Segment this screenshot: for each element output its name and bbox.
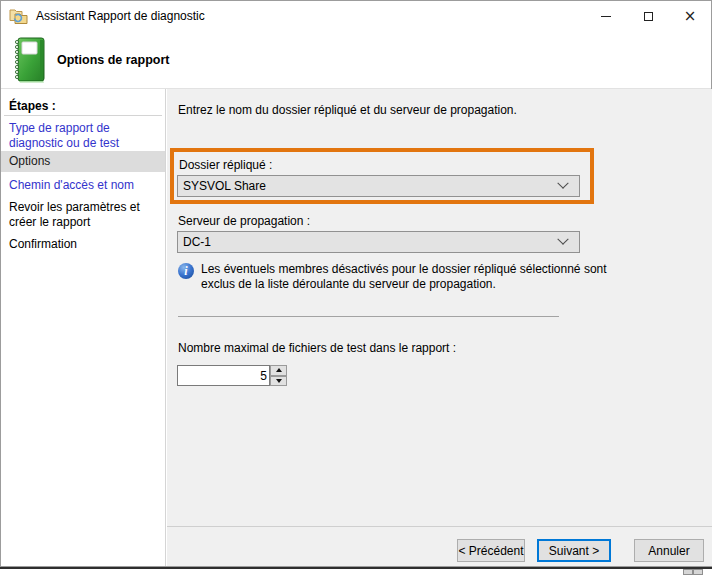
intro-text: Entrez le nom du dossier répliqué et du … xyxy=(178,103,517,117)
sidebar-item-confirmation: Confirmation xyxy=(9,237,161,252)
replicated-folder-value: SYSVOL Share xyxy=(178,179,559,193)
title-bar: Assistant Rapport de diagnostic × xyxy=(1,1,711,31)
wizard-window: Assistant Rapport de diagnostic × xyxy=(0,0,712,567)
steps-sidebar: Étapes : Type de rapport de diagnostic o… xyxy=(1,89,166,566)
max-test-files-input-wrap xyxy=(177,365,270,386)
sidebar-item-chemin-acces[interactable]: Chemin d'accès et nom xyxy=(9,178,161,193)
spin-up-button[interactable] xyxy=(270,365,287,376)
window-title: Assistant Rapport de diagnostic xyxy=(36,9,205,23)
max-test-files-label: Nombre maximal de fichiers de test dans … xyxy=(178,341,456,355)
spin-up-icon xyxy=(276,368,282,372)
previous-button[interactable]: < Précédent xyxy=(457,539,525,562)
chevron-down-icon xyxy=(557,178,568,189)
info-note-line2: exclus de la liste déroulante du serveur… xyxy=(201,277,496,291)
close-button[interactable]: × xyxy=(669,1,711,31)
main-panel: Entrez le nom du dossier répliqué et du … xyxy=(167,89,712,566)
maximize-button[interactable] xyxy=(627,1,669,31)
page-title: Options de rapport xyxy=(57,31,170,89)
steps-divider xyxy=(4,115,162,116)
next-button[interactable]: Suivant > xyxy=(537,539,611,562)
cancel-button[interactable]: Annuler xyxy=(634,539,704,562)
max-test-files-spinner xyxy=(270,365,287,386)
chevron-down-icon xyxy=(557,234,568,245)
wizard-header: Options de rapport xyxy=(1,31,711,89)
sidebar-item-type-de-rapport[interactable]: Type de rapport de diagnostic ou de test xyxy=(9,121,161,151)
dfs-replication-folders-icon xyxy=(9,7,29,25)
minimize-icon xyxy=(601,16,611,17)
spin-down-button[interactable] xyxy=(270,376,287,387)
propagation-server-label: Serveur de propagation : xyxy=(178,214,310,228)
steps-heading: Étapes : xyxy=(9,99,56,113)
info-icon: i xyxy=(178,263,194,279)
close-icon: × xyxy=(684,9,697,24)
propagation-server-select[interactable]: DC-1 xyxy=(177,231,580,253)
green-notebook-icon xyxy=(10,36,48,84)
sidebar-item-options: Options xyxy=(9,154,161,169)
spin-down-icon xyxy=(276,379,282,383)
window-bottom-edge xyxy=(0,567,712,569)
footer-divider xyxy=(167,526,712,527)
replicated-folder-select[interactable]: SYSVOL Share xyxy=(177,175,580,197)
maximize-icon xyxy=(644,12,653,21)
desktop-artifact xyxy=(683,569,703,575)
info-note-line1: Les éventuels membres désactivés pour le… xyxy=(201,262,607,276)
info-note: Les éventuels membres désactivés pour le… xyxy=(201,262,671,292)
section-divider xyxy=(178,316,559,317)
sidebar-item-revoir-parametres: Revoir les paramètres et créer le rappor… xyxy=(9,200,161,230)
minimize-button[interactable] xyxy=(585,1,627,31)
propagation-server-value: DC-1 xyxy=(178,235,559,249)
replicated-folder-label: Dossier répliqué : xyxy=(179,158,272,172)
max-test-files-input[interactable] xyxy=(178,366,269,385)
